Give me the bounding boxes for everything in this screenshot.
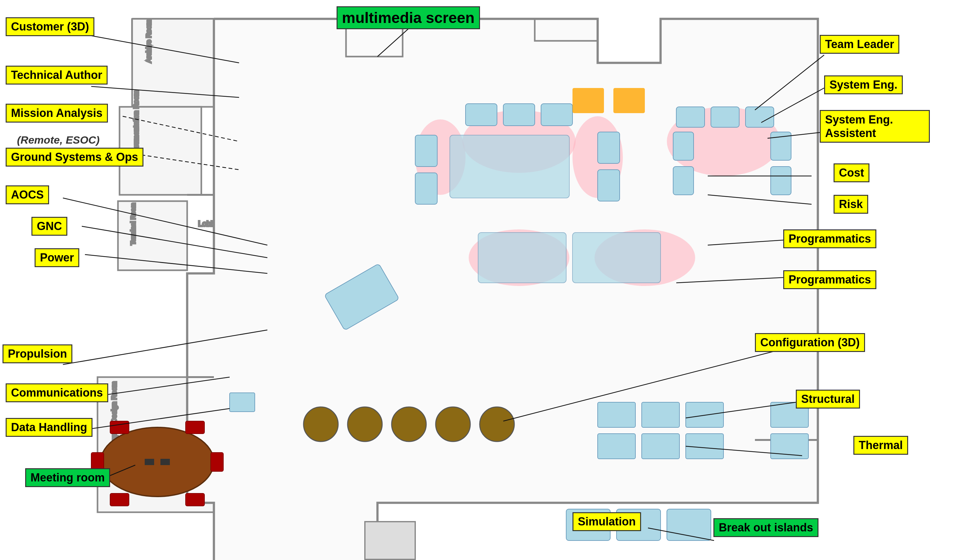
- gnc-label: GNC: [31, 217, 67, 236]
- simulation-label: Simulation: [572, 512, 641, 531]
- power-label: Power: [34, 248, 79, 267]
- svg-rect-43: [478, 233, 566, 283]
- svg-rect-63: [598, 434, 636, 459]
- svg-rect-64: [642, 434, 679, 459]
- svg-rect-71: [230, 393, 255, 412]
- svg-rect-36: [746, 107, 774, 127]
- propulsion-label: Propulsion: [3, 344, 72, 363]
- risk-label: Risk: [834, 195, 868, 214]
- programmatics1-label: Programmatics: [783, 229, 876, 248]
- communications-label: Communications: [6, 383, 108, 402]
- thermal-label: Thermal: [853, 436, 908, 455]
- svg-rect-61: [642, 402, 679, 427]
- svg-rect-17: [365, 522, 415, 559]
- svg-point-46: [304, 407, 338, 442]
- svg-text:Documentation Room: Documentation Room: [132, 90, 140, 157]
- multimedia-screen-label: multimedia screen: [337, 6, 480, 29]
- ground-systems-label: Ground Systems & Ops: [6, 148, 143, 167]
- remote-esoc-label: (Remote, ESOC): [13, 132, 104, 148]
- svg-rect-40: [770, 167, 791, 195]
- svg-point-50: [480, 407, 514, 442]
- team-leader-label: Team Leader: [820, 35, 899, 54]
- svg-rect-27: [415, 173, 437, 204]
- svg-rect-58: [145, 459, 154, 465]
- svg-rect-31: [572, 88, 604, 113]
- svg-text:Terminal Room: Terminal Room: [130, 203, 136, 245]
- svg-rect-38: [673, 167, 693, 195]
- aocs-label: AOCS: [6, 185, 49, 204]
- system-eng-label: System Eng.: [824, 75, 903, 94]
- svg-rect-52: [110, 421, 129, 434]
- svg-rect-60: [598, 402, 636, 427]
- svg-text:Archive Room: Archive Room: [145, 20, 153, 63]
- svg-point-49: [436, 407, 470, 442]
- data-handling-label: Data Handling: [6, 418, 92, 437]
- svg-rect-25: [541, 104, 572, 126]
- svg-point-48: [392, 407, 426, 442]
- technical-author-label: Technical Author: [6, 65, 108, 85]
- svg-rect-44: [572, 233, 660, 283]
- mission-analysis-label: Mission Analysis: [6, 104, 108, 123]
- svg-rect-26: [415, 135, 437, 167]
- svg-rect-30: [450, 135, 569, 198]
- svg-rect-37: [673, 132, 693, 160]
- svg-rect-65: [686, 434, 723, 459]
- customer-3d-label: Customer (3D): [6, 17, 94, 36]
- cost-label: Cost: [834, 164, 869, 182]
- svg-rect-53: [186, 421, 204, 434]
- svg-rect-54: [110, 493, 129, 506]
- structural-label: Structural: [796, 390, 860, 409]
- svg-rect-3: [132, 19, 214, 107]
- svg-rect-57: [211, 452, 223, 472]
- svg-rect-34: [676, 107, 705, 127]
- break-out-islands-label: Break out islands: [713, 518, 818, 537]
- svg-point-51: [101, 427, 214, 496]
- svg-rect-55: [186, 493, 204, 506]
- svg-rect-24: [503, 104, 535, 126]
- configuration-3d-label: Configuration (3D): [755, 333, 865, 352]
- svg-rect-23: [465, 104, 497, 126]
- svg-rect-32: [613, 88, 645, 113]
- svg-rect-35: [711, 107, 739, 127]
- system-eng-assistant-label: System Eng. Assistent: [820, 110, 930, 142]
- svg-rect-62: [686, 402, 723, 427]
- meeting-room-label: Meeting room: [25, 468, 110, 487]
- svg-rect-29: [598, 170, 620, 201]
- svg-rect-28: [598, 132, 620, 164]
- svg-rect-7: [118, 201, 187, 270]
- svg-point-47: [348, 407, 382, 442]
- programmatics2-label: Programmatics: [783, 270, 876, 289]
- svg-rect-59: [160, 459, 170, 465]
